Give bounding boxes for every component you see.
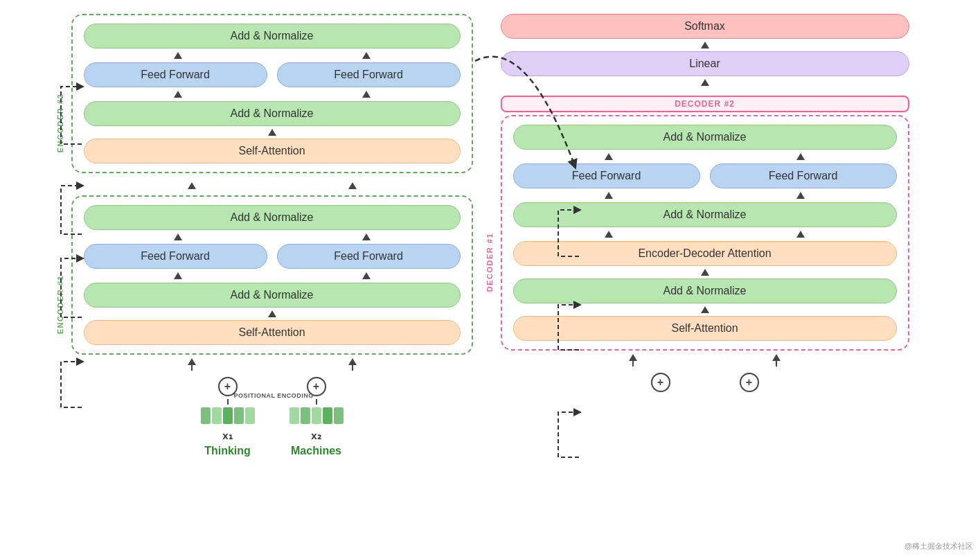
input-embedding-cell bbox=[312, 407, 321, 424]
encoder1-self-attention: Self-Attention bbox=[84, 320, 461, 345]
encoder1-box: Add & Normalize Feed Forward Feed Forwar… bbox=[71, 195, 473, 355]
softmax-box: Softmax bbox=[501, 14, 909, 39]
input-var-2: x₂ bbox=[311, 430, 321, 441]
input-embedding-cell bbox=[212, 407, 222, 424]
input-embedding-cell bbox=[201, 407, 211, 424]
decoder2-label: DECODER #2 bbox=[501, 96, 909, 112]
linear-box: Linear bbox=[501, 51, 909, 76]
input-embedding-cell bbox=[323, 407, 332, 424]
decoder-pe-plus-1: + bbox=[651, 373, 670, 392]
decoder1-enc-dec-attention: Encoder-Decoder Attention bbox=[513, 241, 897, 266]
encoder2-add-norm2: Add & Normalize bbox=[84, 24, 461, 48]
decoder1-self-attention: Self-Attention bbox=[513, 316, 897, 341]
decoder-pe-plus-2: + bbox=[740, 373, 759, 392]
pe-label: POSITIONAL ENCODING bbox=[234, 392, 314, 399]
input-embedding-cell bbox=[223, 407, 233, 424]
encoder1-add-norm2: Add & Normalize bbox=[84, 205, 461, 230]
decoder1-ff1: Feed Forward bbox=[513, 163, 700, 188]
encoder1-add-norm1: Add & Normalize bbox=[84, 283, 461, 308]
input-word-2: Machines bbox=[291, 445, 341, 457]
input-embedding-cell bbox=[234, 407, 244, 424]
encoder2-ff2: Feed Forward bbox=[277, 62, 461, 87]
input-var-1: x₁ bbox=[222, 430, 232, 441]
input-embedding-cell bbox=[301, 407, 310, 424]
encoder1-ff2: Feed Forward bbox=[277, 244, 461, 269]
encoder1-ff1: Feed Forward bbox=[84, 244, 267, 269]
encoder2-ff1: Feed Forward bbox=[84, 62, 267, 87]
input-embedding-cell bbox=[289, 407, 299, 424]
decoder1-ff2: Feed Forward bbox=[710, 163, 897, 188]
input-embedding-cell bbox=[245, 407, 255, 424]
encoder2-add-norm1: Add & Normalize bbox=[84, 101, 461, 126]
input-word-1: Thinking bbox=[204, 445, 251, 457]
encoder2-self-attention: Self-Attention bbox=[84, 139, 461, 163]
decoder1-add-norm2: Add & Normalize bbox=[513, 202, 897, 227]
decoder1-box: Add & Normalize Feed Forward Feed Forwar… bbox=[501, 115, 909, 351]
encoder2-box: Add & Normalize Feed Forward Feed Forwar… bbox=[71, 14, 473, 173]
watermark: @稀土掘金技术社区 bbox=[905, 541, 973, 551]
decoder1-add-norm3: Add & Normalize bbox=[513, 125, 897, 150]
encoder1-label: ENCODER #1 bbox=[56, 275, 64, 334]
encoder2-label: ENCODER #2 bbox=[56, 94, 64, 152]
decoder1-label: DECODER #1 bbox=[485, 233, 494, 292]
decoder1-add-norm1: Add & Normalize bbox=[513, 278, 897, 303]
input-embedding-cell bbox=[334, 407, 344, 424]
